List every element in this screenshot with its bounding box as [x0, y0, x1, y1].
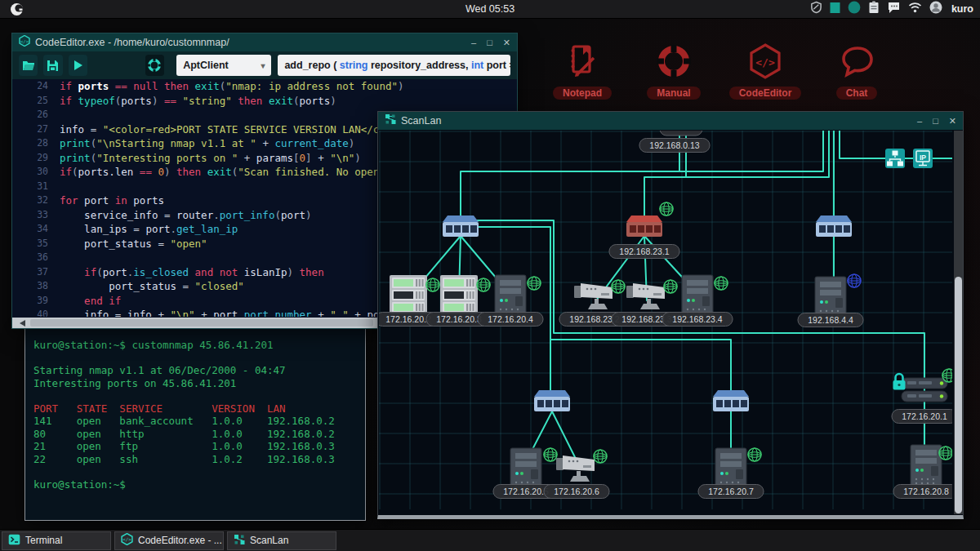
open-file-button[interactable]: [19, 55, 38, 76]
scanlan-icon: [234, 534, 245, 548]
chat-bubble-icon[interactable]: [887, 2, 901, 17]
codeeditor-icon: </>: [121, 533, 133, 548]
desktop-icon-codeeditor[interactable]: </> CodeEditor: [726, 42, 804, 100]
svg-text:192.168.23.1: 192.168.23.1: [619, 247, 669, 256]
network-map-canvas[interactable]: 192.168.23.1172.16.20.2172.16.20.3172.16…: [379, 131, 952, 509]
ip-document-icon[interactable]: IP: [913, 149, 933, 168]
taskbar-item-terminal[interactable]: Terminal: [2, 531, 111, 550]
top-bar: Wed 05:53 kuro: [0, 0, 980, 19]
scanlan-window: ScanLan – □ ✕ 192.168.23.1172.16.20.2172…: [377, 111, 964, 519]
reel-emblem-icon[interactable]: [145, 55, 164, 76]
system-tray: kuro: [810, 0, 973, 18]
svg-text:172.16.20.6: 172.16.20.6: [554, 487, 599, 496]
codeeditor-titlebar[interactable]: </> CodeEditor.exe - /home/kuro/customnm…: [12, 33, 517, 51]
svg-text:172.16.20.4: 172.16.20.4: [488, 314, 533, 324]
lan-node[interactable]: [713, 390, 749, 411]
terminal-window[interactable]: kuro@station:~$ customnmap 45.86.41.201 …: [24, 328, 366, 521]
svg-text:172.16.20.5: 172.16.20.5: [503, 487, 549, 496]
node-label-partial: [660, 131, 702, 136]
svg-text:</>: </>: [755, 56, 775, 69]
svg-text:172.16.20.1: 172.16.20.1: [902, 411, 947, 421]
lan-node-172.16.20.1[interactable]: 172.16.20.1: [892, 369, 952, 424]
scrollbar-thumb[interactable]: [955, 277, 962, 513]
svg-text:</>: </>: [20, 39, 29, 44]
chevron-down-icon: ▾: [254, 61, 265, 70]
minimize-button[interactable]: –: [917, 116, 922, 127]
close-button[interactable]: ✕: [503, 38, 510, 48]
codeeditor-title: CodeEditor.exe - /home/kuro/customnmap/: [35, 37, 466, 48]
svg-text:192.168.23.4: 192.168.23.4: [672, 314, 722, 324]
taskbar-item-label: CodeEditor.exe - ...: [138, 535, 222, 546]
svg-text:172.16.20.7: 172.16.20.7: [708, 487, 754, 496]
sitemap-icon[interactable]: [885, 149, 905, 168]
network-map[interactable]: 192.168.23.1172.16.20.2172.16.20.3172.16…: [379, 131, 952, 509]
method-signature-dropdown[interactable]: add_repo ( string repository_address, in…: [278, 55, 510, 76]
indicator-square-icon[interactable]: [830, 2, 840, 17]
desktop-icon-label: Notepad: [553, 87, 612, 100]
wifi-icon[interactable]: [908, 2, 922, 16]
desktop-icon-manual[interactable]: Manual: [635, 42, 713, 100]
class-dropdown[interactable]: AptClient▾: [176, 55, 271, 76]
svg-text:172.16.20.3: 172.16.20.3: [436, 314, 482, 324]
codeeditor-icon: </>: [746, 70, 785, 84]
terminal-icon: [8, 534, 20, 548]
username[interactable]: kuro: [951, 3, 973, 15]
lan-node[interactable]: [443, 216, 479, 237]
lan-node[interactable]: [816, 216, 852, 237]
run-button[interactable]: [69, 55, 87, 76]
avatar-icon[interactable]: [929, 1, 942, 17]
lan-node-192.168.4.4[interactable]: 192.168.4.4: [798, 274, 863, 327]
notepad-icon: [563, 70, 602, 84]
clipboard-icon[interactable]: [868, 1, 880, 17]
svg-text:172.16.20.2: 172.16.20.2: [385, 314, 431, 324]
shield-icon[interactable]: [810, 1, 822, 17]
desktop-icon-label: CodeEditor: [729, 87, 802, 100]
indicator-circle-icon[interactable]: [848, 1, 861, 17]
desktop-icon-label: Chat: [836, 87, 878, 100]
svg-text:192.168.0.13: 192.168.0.13: [649, 140, 699, 150]
terminal-output: kuro@station:~$ customnmap 45.86.41.201 …: [25, 329, 365, 500]
taskbar-item-codeeditor[interactable]: </> CodeEditor.exe - ...: [114, 531, 224, 550]
maximize-button[interactable]: □: [487, 38, 492, 48]
scanlan-title: ScanLan: [401, 115, 912, 127]
taskbar-item-label: Terminal: [25, 535, 62, 546]
taskbar-item-label: ScanLan: [250, 535, 288, 546]
scroll-left-arrow-icon[interactable]: [20, 320, 25, 327]
lock-icon: [896, 374, 903, 380]
lan-node[interactable]: [660, 131, 702, 136]
codeeditor-titlebar-icon: </>: [19, 35, 30, 50]
scanlan-titlebar[interactable]: ScanLan – □ ✕: [378, 112, 963, 130]
svg-text:IP: IP: [920, 153, 926, 162]
lan-node[interactable]: [534, 390, 570, 411]
desktop-icon-label: Manual: [647, 87, 700, 100]
map-vertical-scrollbar[interactable]: [954, 131, 963, 514]
minimize-button[interactable]: –: [471, 38, 476, 48]
desktop-icon-chat[interactable]: Chat: [817, 42, 896, 100]
taskbar-item-scanlan[interactable]: ScanLan: [227, 531, 336, 550]
svg-text:</>: </>: [122, 537, 131, 542]
maximize-button[interactable]: □: [933, 116, 938, 127]
method-signature-dropdown-label: add_repo ( string repository_address, in…: [284, 60, 510, 71]
class-dropdown-label: AptClient: [183, 60, 229, 71]
lan-link: [550, 340, 731, 392]
lan-node-172.16.20.7[interactable]: 172.16.20.7: [698, 448, 764, 499]
desktop-icon-notepad[interactable]: Notepad: [543, 42, 621, 100]
save-button[interactable]: [43, 55, 62, 76]
taskbar: Terminal </> CodeEditor.exe - ... ScanLa…: [0, 529, 980, 551]
lan-node-172.16.20.8[interactable]: 172.16.20.8: [893, 445, 952, 499]
chat-icon: [837, 70, 876, 84]
scrollbar-thumb[interactable]: [30, 319, 373, 327]
close-button[interactable]: ✕: [949, 116, 956, 127]
svg-text:192.168.4.4: 192.168.4.4: [808, 315, 853, 325]
codeeditor-toolbar: AptClient▾ add_repo ( string repository_…: [12, 51, 517, 79]
svg-text:172.16.20.8: 172.16.20.8: [903, 487, 949, 496]
lan-node-192.168.0.13[interactable]: 192.168.0.13: [639, 139, 710, 153]
scanlan-titlebar-icon: [385, 113, 396, 128]
manual-icon: [654, 70, 693, 84]
